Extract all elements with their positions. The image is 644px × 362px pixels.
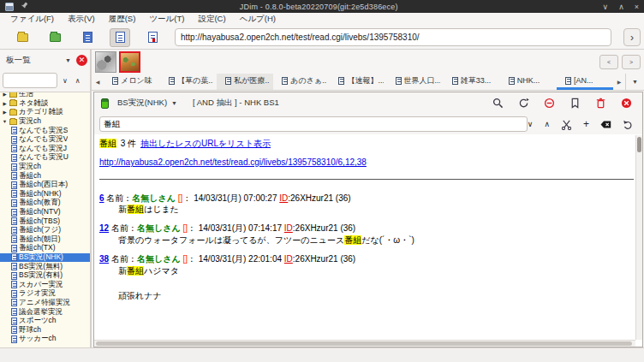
- image-thumbnail[interactable]: [95, 51, 116, 73]
- tree-item[interactable]: BS実況(有料): [0, 271, 90, 281]
- menu-item-4[interactable]: 設定(C): [191, 14, 232, 25]
- go-button[interactable]: ›: [623, 28, 641, 46]
- tab-scroll-right-button[interactable]: ▶: [613, 74, 625, 90]
- tab-4[interactable]: 【速報】...: [330, 74, 386, 90]
- image-thumbnail-selected[interactable]: [119, 51, 140, 73]
- favorites-button[interactable]: [45, 28, 65, 47]
- tree-item[interactable]: アニメ特撮実況: [0, 299, 90, 308]
- tree-item[interactable]: 番組ch(西日本): [0, 181, 90, 190]
- tab-5[interactable]: 世界人口...: [387, 74, 444, 90]
- tree-item[interactable]: サッカーch: [0, 335, 90, 344]
- expander-icon[interactable]: ▼: [2, 119, 8, 124]
- tab-3[interactable]: あのさぁ...: [273, 74, 330, 90]
- tree-item[interactable]: 実況ch: [0, 163, 90, 172]
- tree-item[interactable]: 野球ch: [0, 325, 90, 335]
- sidebar-search-input[interactable]: [3, 73, 57, 88]
- threadview-button[interactable]: [110, 28, 130, 47]
- post-id-link[interactable]: ID: [284, 254, 293, 264]
- sidebar-search-down-button[interactable]: ∨: [60, 77, 70, 85]
- tab-7[interactable]: NHK...: [500, 74, 557, 90]
- post-number-link[interactable]: 38: [99, 254, 109, 264]
- boardlist-button[interactable]: [12, 28, 33, 47]
- tree-item[interactable]: 番組ch(TBS): [0, 217, 90, 226]
- horizontal-scrollbar[interactable]: [94, 340, 635, 347]
- post-name[interactable]: 名無しさん: [137, 254, 181, 264]
- sidebar-search-up-button[interactable]: ∧: [73, 77, 83, 85]
- tree-item[interactable]: 番組ch: [0, 171, 90, 181]
- tree-item[interactable]: なんでも実況V: [0, 135, 90, 145]
- menu-item-5[interactable]: ヘルプ(H): [233, 14, 283, 25]
- post-name[interactable]: 名無しさん: [137, 223, 181, 233]
- tree-item[interactable]: BS実況(無料): [0, 262, 90, 271]
- delete-icon[interactable]: [595, 98, 606, 109]
- post-number-link[interactable]: 6: [99, 193, 104, 203]
- tree-item[interactable]: なんでも実況J: [0, 145, 90, 154]
- post-name[interactable]: 名無しさん: [132, 193, 176, 203]
- thread-doc-icon: [396, 77, 402, 85]
- tab-2[interactable]: 私が医療...: [217, 74, 273, 90]
- tree-item[interactable]: 番組ch(NTV): [0, 208, 90, 217]
- tab-1[interactable]: 【草の葉...: [160, 74, 217, 90]
- post-id-link[interactable]: ID: [284, 223, 293, 233]
- reload-icon[interactable]: [518, 98, 529, 109]
- search-up-icon[interactable]: ∧: [544, 120, 550, 128]
- thumb-next-button[interactable]: >: [622, 55, 641, 69]
- search-down-icon[interactable]: ∨: [528, 120, 534, 128]
- imageview-button[interactable]: [142, 28, 163, 47]
- tree-item[interactable]: 議会選挙実況: [0, 307, 90, 317]
- tree-item[interactable]: ▶生活: [0, 92, 90, 99]
- tree-item[interactable]: ▶ネタ雑談: [0, 99, 90, 109]
- tree-item[interactable]: 番組ch(フジ): [0, 226, 90, 235]
- stop-icon[interactable]: [544, 98, 555, 109]
- list-extracted-urls-link[interactable]: 抽出したレスのURLをリスト表示: [140, 139, 271, 148]
- minimize-button[interactable]: ∨: [603, 3, 609, 11]
- board-doc-icon: [11, 253, 17, 261]
- vertical-scrollbar-thumb[interactable]: [637, 137, 641, 152]
- board-select-button[interactable]: BS実況(NHK) ▼: [114, 96, 181, 110]
- bookmark-icon[interactable]: [569, 98, 581, 109]
- expander-icon[interactable]: ▶: [2, 110, 8, 115]
- tab-0[interactable]: メロン味: [104, 74, 160, 90]
- url-input[interactable]: [175, 28, 611, 46]
- undo-icon[interactable]: [623, 119, 634, 130]
- post-id-link[interactable]: ID: [279, 193, 288, 203]
- add-extract-icon[interactable]: +: [583, 118, 589, 130]
- tree-item[interactable]: なんでも実況U: [0, 153, 90, 163]
- tree-item[interactable]: ▼実況ch: [0, 117, 90, 127]
- tab-6[interactable]: 雑草33...: [444, 74, 500, 90]
- sidebar-close-button[interactable]: ✕: [76, 55, 87, 66]
- tab-list-dropdown-button[interactable]: ▼: [625, 74, 644, 90]
- search-icon[interactable]: [492, 98, 504, 109]
- tab-scroll-left-button[interactable]: ◀: [92, 74, 104, 90]
- clear-input-icon[interactable]: [600, 119, 611, 130]
- sidebar-dropdown-button[interactable]: ▼: [63, 56, 74, 65]
- menu-item-0[interactable]: ファイル(F): [3, 14, 61, 25]
- tree-item[interactable]: ▶カテゴリ雑談: [0, 108, 90, 117]
- expander-icon[interactable]: ▶: [2, 92, 8, 97]
- expander-icon[interactable]: ▶: [2, 101, 8, 106]
- menu-item-2[interactable]: 履歴(S): [102, 14, 143, 25]
- cut-icon[interactable]: [561, 119, 572, 130]
- thumb-prev-button[interactable]: <: [599, 55, 618, 69]
- threadlist-button[interactable]: [77, 28, 98, 47]
- tree-item[interactable]: スポーツch: [0, 317, 90, 326]
- close-tab-icon[interactable]: [621, 98, 632, 109]
- vertical-scrollbar[interactable]: [635, 135, 642, 340]
- extracted-res-url-link[interactable]: http://hayabusa2.open2ch.net/test/read.c…: [99, 157, 367, 169]
- horizontal-scrollbar-thumb[interactable]: [96, 341, 632, 346]
- menu-item-1[interactable]: 表示(V): [61, 14, 102, 25]
- tab-8[interactable]: [AN...: [557, 74, 613, 90]
- tree-item[interactable]: スカパー実況: [0, 280, 90, 289]
- tree-item[interactable]: BS実況(NHK): [0, 253, 90, 263]
- tree-item[interactable]: なんでも実況S: [0, 126, 90, 135]
- thread-search-input[interactable]: [99, 116, 528, 132]
- tree-item[interactable]: 番組ch(朝日): [0, 235, 90, 245]
- post-number-link[interactable]: 12: [99, 223, 109, 233]
- maximize-button[interactable]: ∧: [618, 3, 624, 11]
- tree-item[interactable]: ラジオ実況: [0, 289, 90, 299]
- menu-item-3[interactable]: ツール(T): [142, 14, 191, 25]
- tree-item[interactable]: 番組ch(教育): [0, 199, 90, 208]
- close-button[interactable]: ×: [635, 3, 639, 11]
- tree-item[interactable]: 番組ch(TX): [0, 244, 90, 253]
- tree-item[interactable]: 番組ch(NHK): [0, 190, 90, 199]
